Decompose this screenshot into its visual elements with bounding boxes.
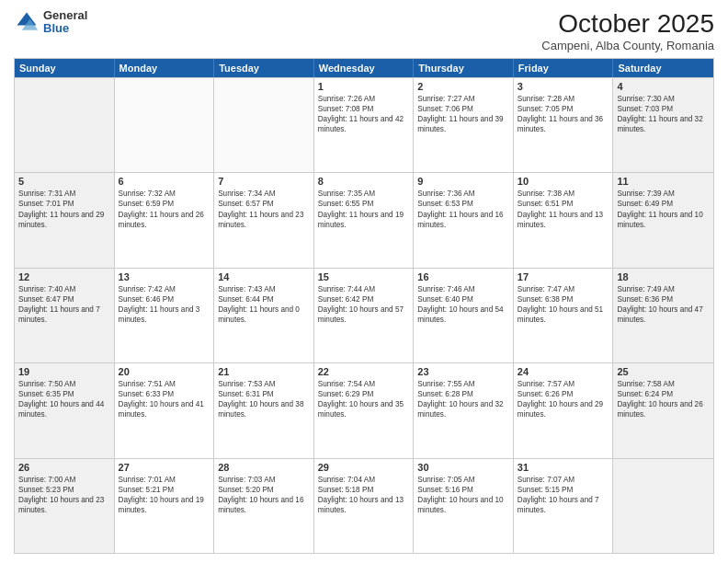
day-content: Sunrise: 7:43 AM Sunset: 6:44 PM Dayligh… [218,284,310,325]
day-cell-12: 12Sunrise: 7:40 AM Sunset: 6:47 PM Dayli… [15,269,115,362]
day-number: 11 [617,176,710,187]
logo-general-text: General [43,9,87,22]
day-cell-25: 25Sunrise: 7:58 AM Sunset: 6:24 PM Dayli… [613,363,713,457]
day-content: Sunrise: 7:46 AM Sunset: 6:40 PM Dayligh… [417,284,509,325]
day-content: Sunrise: 7:07 AM Sunset: 5:15 PM Dayligh… [518,475,609,515]
header-day-friday: Friday [514,59,614,77]
day-cell-30: 30Sunrise: 7:05 AM Sunset: 5:16 PM Dayli… [414,459,514,553]
logo: General Blue [14,9,87,36]
calendar-subtitle: Campeni, Alba County, Romania [541,39,714,52]
day-content: Sunrise: 7:39 AM Sunset: 6:49 PM Dayligh… [617,189,710,229]
day-cell-14: 14Sunrise: 7:43 AM Sunset: 6:44 PM Dayli… [214,269,314,362]
day-number: 9 [417,176,509,187]
day-number: 26 [18,462,110,473]
day-cell-3: 3Sunrise: 7:28 AM Sunset: 7:05 PM Daylig… [514,78,614,172]
calendar-header: SundayMondayTuesdayWednesdayThursdayFrid… [15,59,713,77]
header-day-tuesday: Tuesday [214,59,314,77]
day-content: Sunrise: 7:57 AM Sunset: 6:26 PM Dayligh… [518,379,609,419]
day-content: Sunrise: 7:34 AM Sunset: 6:57 PM Dayligh… [218,189,310,229]
day-content: Sunrise: 7:50 AM Sunset: 6:35 PM Dayligh… [18,379,110,419]
week-row-5: 26Sunrise: 7:00 AM Sunset: 5:23 PM Dayli… [15,458,713,553]
page: General Blue October 2025 Campeni, Alba … [0,0,728,563]
day-cell-11: 11Sunrise: 7:39 AM Sunset: 6:49 PM Dayli… [613,173,713,267]
calendar-title: October 2025 [541,9,714,39]
day-content: Sunrise: 7:30 AM Sunset: 7:03 PM Dayligh… [617,94,710,134]
day-cell-10: 10Sunrise: 7:38 AM Sunset: 6:51 PM Dayli… [514,173,614,267]
week-row-1: 1Sunrise: 7:26 AM Sunset: 7:08 PM Daylig… [15,77,713,172]
day-content: Sunrise: 7:01 AM Sunset: 5:21 PM Dayligh… [119,475,210,515]
day-cell-16: 16Sunrise: 7:46 AM Sunset: 6:40 PM Dayli… [414,269,514,362]
day-number: 22 [318,366,410,377]
day-cell-5: 5Sunrise: 7:31 AM Sunset: 7:01 PM Daylig… [15,173,115,267]
header-day-thursday: Thursday [414,59,514,77]
day-content: Sunrise: 7:49 AM Sunset: 6:36 PM Dayligh… [617,284,710,325]
day-number: 10 [518,176,609,187]
day-cell-2: 2Sunrise: 7:27 AM Sunset: 7:06 PM Daylig… [414,78,514,172]
day-content: Sunrise: 7:31 AM Sunset: 7:01 PM Dayligh… [18,189,110,229]
day-number: 28 [218,462,310,473]
day-cell-31: 31Sunrise: 7:07 AM Sunset: 5:15 PM Dayli… [514,459,614,553]
day-content: Sunrise: 7:44 AM Sunset: 6:42 PM Dayligh… [318,284,410,325]
header-day-monday: Monday [115,59,215,77]
day-number: 16 [417,271,509,282]
day-number: 30 [417,462,509,473]
empty-cell [115,78,215,172]
day-cell-4: 4Sunrise: 7:30 AM Sunset: 7:03 PM Daylig… [613,78,713,172]
day-number: 19 [18,366,110,377]
empty-cell [214,78,314,172]
day-content: Sunrise: 7:53 AM Sunset: 6:31 PM Dayligh… [218,379,310,419]
day-content: Sunrise: 7:28 AM Sunset: 7:05 PM Dayligh… [518,94,609,134]
logo-icon [14,9,40,35]
day-number: 12 [18,271,110,282]
day-content: Sunrise: 7:47 AM Sunset: 6:38 PM Dayligh… [518,284,609,325]
week-row-2: 5Sunrise: 7:31 AM Sunset: 7:01 PM Daylig… [15,172,713,267]
day-content: Sunrise: 7:04 AM Sunset: 5:18 PM Dayligh… [318,475,410,515]
day-number: 4 [617,81,710,92]
day-cell-17: 17Sunrise: 7:47 AM Sunset: 6:38 PM Dayli… [514,269,614,362]
day-content: Sunrise: 7:35 AM Sunset: 6:55 PM Dayligh… [318,189,410,229]
day-content: Sunrise: 7:54 AM Sunset: 6:29 PM Dayligh… [318,379,410,419]
day-content: Sunrise: 7:27 AM Sunset: 7:06 PM Dayligh… [417,94,509,134]
day-cell-9: 9Sunrise: 7:36 AM Sunset: 6:53 PM Daylig… [414,173,514,267]
week-row-3: 12Sunrise: 7:40 AM Sunset: 6:47 PM Dayli… [15,268,713,362]
day-cell-1: 1Sunrise: 7:26 AM Sunset: 7:08 PM Daylig… [314,78,415,172]
day-content: Sunrise: 7:26 AM Sunset: 7:08 PM Dayligh… [318,94,410,134]
day-cell-29: 29Sunrise: 7:04 AM Sunset: 5:18 PM Dayli… [314,459,415,553]
day-cell-15: 15Sunrise: 7:44 AM Sunset: 6:42 PM Dayli… [314,269,415,362]
day-cell-22: 22Sunrise: 7:54 AM Sunset: 6:29 PM Dayli… [314,363,415,457]
day-cell-23: 23Sunrise: 7:55 AM Sunset: 6:28 PM Dayli… [414,363,514,457]
title-block: October 2025 Campeni, Alba County, Roman… [541,9,714,52]
day-number: 1 [318,81,410,92]
header-day-sunday: Sunday [15,59,115,77]
day-number: 14 [218,271,310,282]
day-number: 2 [417,81,509,92]
day-number: 3 [518,81,609,92]
day-number: 15 [318,271,410,282]
logo-blue-text: Blue [43,22,87,35]
day-number: 13 [119,271,210,282]
day-number: 24 [518,366,609,377]
day-cell-21: 21Sunrise: 7:53 AM Sunset: 6:31 PM Dayli… [214,363,314,457]
logo-text: General Blue [43,9,87,36]
day-cell-13: 13Sunrise: 7:42 AM Sunset: 6:46 PM Dayli… [115,269,215,362]
day-content: Sunrise: 7:55 AM Sunset: 6:28 PM Dayligh… [417,379,509,419]
header-day-wednesday: Wednesday [314,59,415,77]
day-number: 31 [518,462,609,473]
header: General Blue October 2025 Campeni, Alba … [14,9,714,52]
day-content: Sunrise: 7:05 AM Sunset: 5:16 PM Dayligh… [417,475,509,515]
day-content: Sunrise: 7:58 AM Sunset: 6:24 PM Dayligh… [617,379,710,419]
calendar: SundayMondayTuesdayWednesdayThursdayFrid… [14,58,714,554]
day-number: 20 [119,366,210,377]
header-day-saturday: Saturday [613,59,713,77]
week-row-4: 19Sunrise: 7:50 AM Sunset: 6:35 PM Dayli… [15,362,713,457]
day-number: 23 [417,366,509,377]
day-number: 8 [318,176,410,187]
day-cell-28: 28Sunrise: 7:03 AM Sunset: 5:20 PM Dayli… [214,459,314,553]
day-number: 17 [518,271,609,282]
day-content: Sunrise: 7:00 AM Sunset: 5:23 PM Dayligh… [18,475,110,515]
day-cell-24: 24Sunrise: 7:57 AM Sunset: 6:26 PM Dayli… [514,363,614,457]
day-content: Sunrise: 7:38 AM Sunset: 6:51 PM Dayligh… [518,189,609,229]
day-content: Sunrise: 7:51 AM Sunset: 6:33 PM Dayligh… [119,379,210,419]
day-cell-6: 6Sunrise: 7:32 AM Sunset: 6:59 PM Daylig… [115,173,215,267]
day-number: 21 [218,366,310,377]
